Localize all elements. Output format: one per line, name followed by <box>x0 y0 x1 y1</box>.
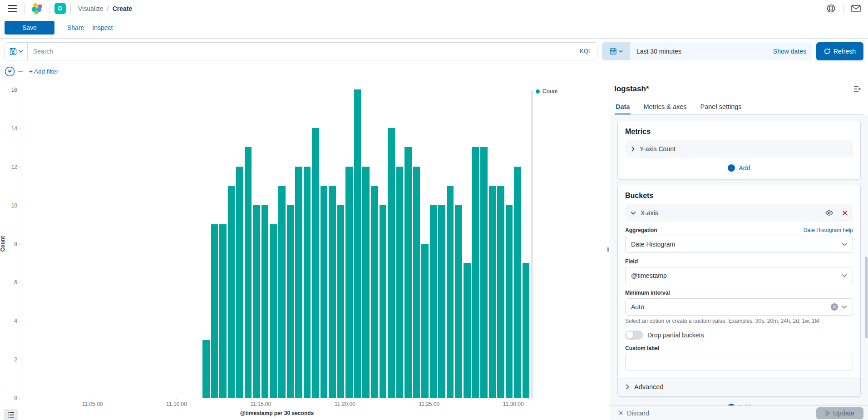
drop-partial-buckets-toggle[interactable] <box>625 331 643 340</box>
top-navigation-bar: D Visualize / Create <box>0 0 868 17</box>
top-bar-left: D Visualize / Create <box>5 2 132 15</box>
collapse-sidebar-icon[interactable] <box>852 84 863 94</box>
field-select[interactable]: @timestamp <box>625 267 853 284</box>
eye-icon[interactable] <box>825 210 833 216</box>
sidebar-scrollbar[interactable] <box>865 257 868 338</box>
histogram-bar[interactable] <box>270 224 277 398</box>
x-axis-title: @timestamp per 30 seconds <box>21 410 533 416</box>
histogram-bar[interactable] <box>464 263 471 398</box>
aggregation-select[interactable]: Date Histogram <box>625 236 853 253</box>
histogram-bar[interactable] <box>211 224 218 398</box>
panel-resizer-handle[interactable]: ‖ <box>607 79 610 420</box>
help-icon[interactable] <box>823 2 838 15</box>
chart-panel: Count Count 0246810121416 11:05:0011:10:… <box>0 79 607 420</box>
discard-button[interactable]: Discard <box>618 410 649 417</box>
add-metric-button[interactable]: + Add <box>625 163 853 173</box>
histogram-bar[interactable] <box>455 205 462 398</box>
chevron-right-icon <box>631 146 635 152</box>
remove-x-axis-icon[interactable] <box>842 210 848 216</box>
histogram-bar[interactable] <box>438 205 445 398</box>
breadcrumb-visualize[interactable]: Visualize <box>78 5 104 12</box>
tab-metrics-axes[interactable]: Metrics & axes <box>642 100 687 114</box>
histogram-bar[interactable] <box>236 167 243 398</box>
date-histogram-help-link[interactable]: Date Histogram help <box>804 227 853 233</box>
save-button[interactable]: Save <box>5 21 54 35</box>
legend-toggle-button[interactable] <box>4 409 18 420</box>
histogram-bar[interactable] <box>219 224 227 398</box>
histogram-bar[interactable] <box>245 147 252 398</box>
advanced-accordion[interactable]: Advanced <box>618 377 860 396</box>
histogram-bar[interactable] <box>362 167 370 398</box>
histogram-bar[interactable] <box>202 340 210 398</box>
chevron-down-icon <box>842 242 847 246</box>
histogram-bar[interactable] <box>489 186 496 398</box>
time-range-value[interactable]: Last 30 minutes <box>630 48 773 55</box>
y-axis-count-row[interactable]: Y-axis Count <box>625 140 853 158</box>
histogram-bar[interactable] <box>329 186 336 398</box>
histogram-bar[interactable] <box>421 244 429 398</box>
histogram-bar[interactable] <box>295 167 302 398</box>
custom-label-label: Custom label <box>625 345 659 351</box>
divider <box>70 4 71 14</box>
tab-data[interactable]: Data <box>615 100 631 114</box>
inspect-button[interactable]: Inspect <box>92 24 113 31</box>
minimum-interval-help-text: Select an option or create a custom valu… <box>625 318 853 324</box>
histogram-bar[interactable] <box>447 186 454 398</box>
histogram-bar[interactable] <box>380 205 387 398</box>
histogram-bar[interactable] <box>228 186 235 398</box>
histogram-bar[interactable] <box>497 186 504 398</box>
add-filter-button[interactable]: + Add filter <box>29 68 58 75</box>
menu-hamburger-icon[interactable] <box>5 2 20 15</box>
histogram-bar[interactable] <box>278 186 286 398</box>
histogram-bar[interactable] <box>371 186 378 398</box>
search-input[interactable] <box>28 48 574 55</box>
discard-label: Discard <box>627 410 649 417</box>
histogram-bar[interactable] <box>304 167 311 398</box>
add-bucket-button[interactable]: + Add <box>617 402 861 405</box>
aggregation-label: Aggregation <box>625 227 657 233</box>
histogram-bar[interactable] <box>261 205 269 398</box>
search-box: KQL <box>5 42 597 60</box>
saved-query-menu-button[interactable] <box>5 43 28 60</box>
histogram-bar[interactable] <box>354 89 361 398</box>
histogram-bar[interactable] <box>413 167 420 398</box>
newsfeed-mail-icon[interactable] <box>848 2 863 15</box>
histogram-bar[interactable] <box>337 205 345 398</box>
space-avatar-badge[interactable]: D <box>54 3 66 14</box>
histogram-bar[interactable] <box>253 205 260 398</box>
histogram-bar[interactable] <box>506 205 513 398</box>
advanced-label: Advanced <box>634 383 664 390</box>
minimum-interval-value: Auto <box>631 303 827 311</box>
chart-legend[interactable]: Count <box>536 88 557 94</box>
custom-label-input[interactable] <box>625 354 853 371</box>
histogram-bar[interactable] <box>480 147 488 398</box>
histogram-bar[interactable] <box>523 263 530 398</box>
histogram-bar[interactable] <box>388 128 395 398</box>
minimum-interval-combobox[interactable]: Auto ✕ <box>625 298 853 316</box>
calendar-icon <box>610 48 616 54</box>
histogram-bar[interactable] <box>345 167 353 398</box>
quick-select-calendar-button[interactable] <box>602 42 630 60</box>
histogram-bar[interactable] <box>321 186 328 398</box>
show-dates-button[interactable]: Show dates <box>773 48 812 55</box>
update-button[interactable]: Update <box>816 407 863 419</box>
histogram-bar[interactable] <box>396 167 404 398</box>
histogram-bar[interactable] <box>287 205 294 398</box>
tab-panel-settings[interactable]: Panel settings <box>700 100 743 114</box>
clear-value-icon[interactable]: ✕ <box>831 303 838 311</box>
kql-language-button[interactable]: KQL <box>574 48 597 54</box>
histogram-bar[interactable] <box>404 147 412 398</box>
histogram-bar[interactable] <box>514 167 521 398</box>
date-picker: Last 30 minutes Show dates <box>602 42 812 60</box>
add-metric-label: Add <box>739 164 750 172</box>
histogram-bar[interactable] <box>312 128 319 398</box>
refresh-button[interactable]: Refresh <box>816 42 863 60</box>
histogram-plot-area[interactable] <box>21 90 533 398</box>
filter-icon[interactable] <box>5 66 15 77</box>
x-tick-label: 11:20:00 <box>335 401 355 407</box>
x-axis-row[interactable]: X-axis <box>625 204 853 222</box>
share-button[interactable]: Share <box>67 24 84 31</box>
histogram-bar[interactable] <box>472 147 479 398</box>
histogram-bar[interactable] <box>430 205 437 398</box>
elastic-logo[interactable] <box>30 2 45 15</box>
